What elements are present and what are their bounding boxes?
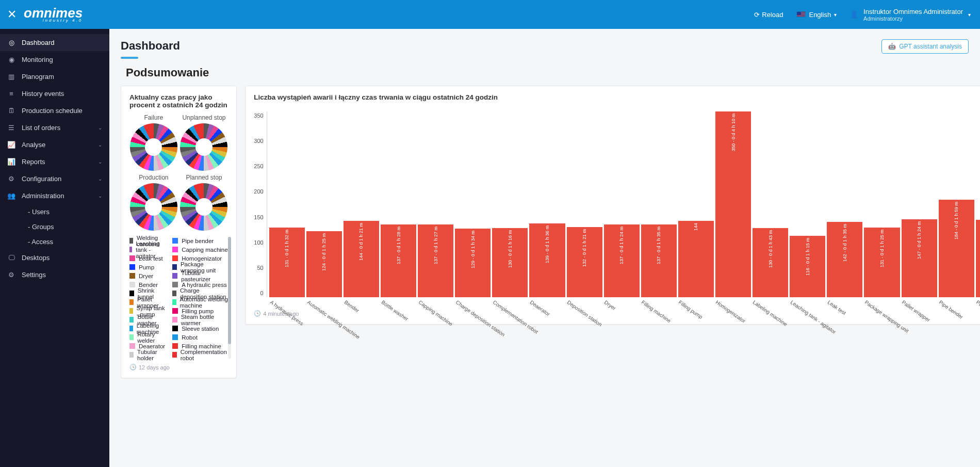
bar[interactable]: 130 - 0 d 1 h 43 m bbox=[753, 228, 788, 297]
legend-text: Rotary welder bbox=[137, 331, 165, 344]
donut-chart[interactable] bbox=[130, 123, 177, 171]
legend-item[interactable]: Tubular pasteurizer bbox=[172, 272, 228, 280]
legend-item[interactable]: Pipe bender bbox=[172, 237, 228, 245]
legend-swatch bbox=[129, 317, 134, 323]
legend-swatch bbox=[129, 291, 134, 296]
sidebar-item[interactable]: ⚙Settings bbox=[0, 266, 109, 283]
legend-item[interactable]: Sleeve station bbox=[172, 325, 228, 332]
sidebar-item[interactable]: ☰List of orders⌄ bbox=[0, 119, 109, 136]
sidebar-subitem[interactable]: - Groups bbox=[23, 219, 109, 234]
bar-value-label: 139 - 0 d 1 h 36 m bbox=[545, 226, 550, 263]
legend-swatch bbox=[129, 308, 133, 314]
nav-label: - Users bbox=[28, 208, 50, 216]
legend-swatch bbox=[172, 282, 178, 287]
y-tick: 350 bbox=[254, 112, 263, 119]
bar[interactable]: 137 - 0 d 1 h 24 m bbox=[604, 224, 640, 297]
legend-swatch bbox=[172, 352, 177, 358]
chevron-down-icon: ⌄ bbox=[98, 193, 102, 199]
page-title: Dashboard bbox=[121, 39, 180, 59]
nav-icon: 🗓 bbox=[7, 107, 15, 115]
donut-chart[interactable] bbox=[180, 183, 227, 231]
sidebar-item[interactable]: ⚙Configuration⌄ bbox=[0, 170, 109, 187]
bar[interactable]: 147 - 0 d 1 h 24 m bbox=[902, 219, 937, 297]
sidebar-item[interactable]: ◎Dashboard bbox=[0, 34, 109, 51]
legend-text: Pipe bender bbox=[182, 238, 214, 244]
donut-label: Planned stop bbox=[180, 174, 228, 181]
bar-value-label: 142 - 0 d 1 h 35 m bbox=[842, 224, 847, 262]
bar[interactable]: 131 - 0 d 1 h 25 m bbox=[864, 228, 900, 297]
legend-swatch bbox=[172, 317, 177, 323]
bar[interactable]: 137 - 0 d 1 h 28 m bbox=[381, 224, 416, 297]
legend-item[interactable]: Dryer bbox=[129, 272, 165, 280]
legend-swatch bbox=[172, 326, 178, 331]
legend-item[interactable]: Leaching tank - agitator bbox=[129, 246, 165, 253]
legend-scrollbar[interactable] bbox=[228, 237, 231, 359]
legend-text: Automatic welding machine bbox=[180, 296, 228, 309]
bar[interactable]: 144 - 0 d 1 h 21 m bbox=[344, 221, 379, 297]
legend-item[interactable]: Tubular holder bbox=[129, 351, 165, 359]
bar[interactable]: 116 - 0 d 1 h 15 m bbox=[790, 236, 825, 297]
bar[interactable]: 131 - 0 d 1 h 32 m bbox=[269, 228, 305, 297]
legend-item[interactable]: Pump bbox=[129, 263, 165, 271]
bar[interactable]: 132 - 0 d 1 h 21 m bbox=[567, 227, 602, 297]
logo[interactable]: omnimes industry 4.0 bbox=[24, 6, 83, 23]
nav-icon: ≡ bbox=[7, 90, 15, 98]
bar[interactable]: 137 - 0 d 1 h 35 m bbox=[641, 224, 677, 297]
nav-icon: ◉ bbox=[7, 56, 15, 63]
donut-chart[interactable] bbox=[180, 123, 227, 171]
bar[interactable]: 124 - 0 d 1 h 25 m bbox=[306, 231, 342, 297]
sidebar-subitem[interactable]: - Access bbox=[23, 234, 109, 249]
sidebar-item[interactable]: 🗓Production schedule bbox=[0, 102, 109, 119]
bar[interactable]: 350 - 0 d 4 h 10 m bbox=[715, 111, 751, 297]
nav-label: Analyse bbox=[22, 141, 45, 149]
donut-chart[interactable] bbox=[130, 183, 177, 231]
nav-label: Production schedule bbox=[22, 107, 83, 115]
nav-label: Administration bbox=[22, 192, 64, 200]
legend-item[interactable]: Leak test bbox=[129, 254, 165, 262]
bar[interactable]: 146 - 0 d 1 h 31 m bbox=[976, 220, 980, 297]
legend-item[interactable]: Automatic welding machine bbox=[172, 298, 228, 306]
bar[interactable]: 129 - 0 d 1 h 34 m bbox=[455, 229, 491, 297]
reload-button[interactable]: ⟳ Reload bbox=[754, 11, 783, 19]
sidebar-item[interactable]: 📈Analyse⌄ bbox=[0, 136, 109, 153]
legend-item[interactable]: Robot bbox=[172, 333, 228, 341]
donut-label: Unplanned stop bbox=[180, 114, 228, 121]
y-tick: 150 bbox=[254, 214, 263, 220]
legend-swatch bbox=[172, 255, 178, 261]
bar[interactable]: 130 - 0 d 1 h 16 m bbox=[492, 228, 528, 297]
nav-label: Dashboard bbox=[22, 39, 55, 46]
close-icon[interactable]: ✕ bbox=[7, 9, 17, 20]
sidebar-item[interactable]: 🖵Desktops bbox=[0, 249, 109, 266]
donut-grid: FailureUnplanned stopProductionPlanned s… bbox=[129, 114, 228, 231]
language-selector[interactable]: English ▾ bbox=[796, 11, 837, 19]
sidebar-item[interactable]: ≡History events bbox=[0, 85, 109, 102]
y-tick: 250 bbox=[254, 163, 263, 169]
chevron-down-icon: ▾ bbox=[834, 12, 837, 18]
legend-item[interactable]: Rotary welder bbox=[129, 333, 165, 341]
scrollbar-thumb[interactable] bbox=[228, 237, 231, 344]
bar[interactable]: 142 - 0 d 1 h 35 m bbox=[827, 222, 862, 297]
legend-item[interactable]: Complementation robot bbox=[172, 351, 228, 359]
bar[interactable]: 139 - 0 d 1 h 36 m bbox=[529, 223, 565, 297]
donut-label: Failure bbox=[129, 114, 178, 121]
robot-icon: 🤖 bbox=[888, 43, 896, 50]
sidebar-item[interactable]: 👥Administration⌄ bbox=[0, 187, 109, 204]
bar[interactable]: 184 - 0 d 1 h 59 m bbox=[939, 200, 974, 297]
sidebar-item[interactable]: 📊Reports⌄ bbox=[0, 153, 109, 170]
sidebar-item[interactable]: ◉Monitoring bbox=[0, 51, 109, 68]
legend-item[interactable]: Capping machine bbox=[172, 246, 228, 253]
user-menu[interactable]: 👤 Instruktor Omnimes Administrator Admin… bbox=[850, 8, 971, 22]
bar-value-label: 137 - 0 d 1 h 28 m bbox=[396, 227, 401, 264]
legend-swatch bbox=[172, 291, 176, 296]
legend-item[interactable]: Steam bottle warmer bbox=[172, 316, 228, 324]
bar[interactable]: 137 - 0 d 1 h 27 m bbox=[418, 224, 453, 297]
legend-text: Leak test bbox=[139, 255, 163, 262]
sidebar-item[interactable]: ▥Planogram bbox=[0, 68, 109, 85]
sidebar-subitem[interactable]: - Users bbox=[23, 204, 109, 219]
y-tick: 100 bbox=[254, 239, 263, 246]
legend-swatch bbox=[172, 264, 177, 270]
bar[interactable]: 144 bbox=[678, 221, 714, 297]
legend-text: Capping machine bbox=[182, 247, 228, 253]
legend-text: Complementation robot bbox=[181, 349, 228, 361]
gpt-assistant-button[interactable]: 🤖 GPT assistant analysis bbox=[881, 39, 969, 54]
